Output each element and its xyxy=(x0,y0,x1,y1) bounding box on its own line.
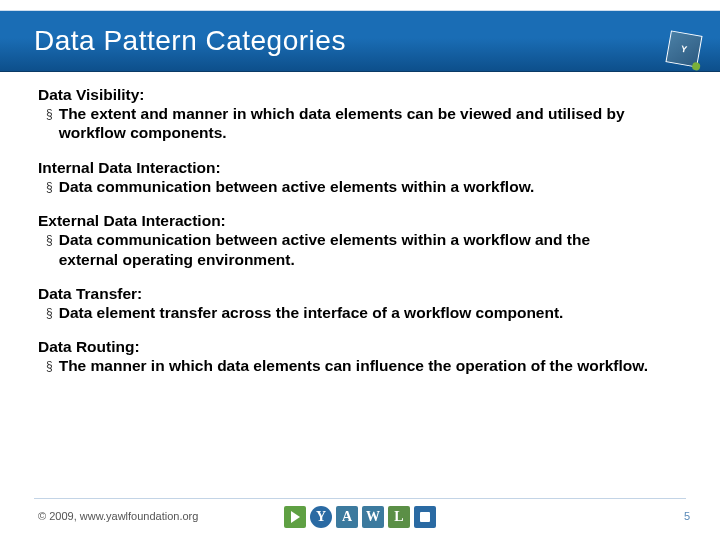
bullet-icon: § xyxy=(46,107,53,121)
corner-logo-text: Y xyxy=(680,44,688,55)
bullet-row: § Data communication between active elem… xyxy=(38,230,680,269)
section-heading: Data Routing: xyxy=(38,338,680,356)
stop-icon xyxy=(414,506,436,528)
section-heading: Data Visibility: xyxy=(38,86,680,104)
bullet-row: § Data communication between active elem… xyxy=(38,177,680,196)
section-data-transfer: Data Transfer: § Data element transfer a… xyxy=(38,285,680,322)
bullet-row: § The extent and manner in which data el… xyxy=(38,104,680,143)
logo-letter-y: Y xyxy=(310,506,332,528)
logo-letter-w: W xyxy=(362,506,384,528)
section-data-routing: Data Routing: § The manner in which data… xyxy=(38,338,680,375)
section-heading: External Data Interaction: xyxy=(38,212,680,230)
bullet-text: The manner in which data elements can in… xyxy=(59,356,678,375)
section-heading: Internal Data Interaction: xyxy=(38,159,680,177)
corner-logo-icon: Y xyxy=(665,30,702,67)
footer: © 2009, www.yawlfoundation.org Y A W L 5 xyxy=(0,484,720,540)
yawl-logo: Y A W L xyxy=(284,506,436,528)
section-heading: Data Transfer: xyxy=(38,285,680,303)
logo-letter-l: L xyxy=(388,506,410,528)
section-external-data-interaction: External Data Interaction: § Data commun… xyxy=(38,212,680,269)
slide-title: Data Pattern Categories xyxy=(0,11,720,57)
bullet-text: Data communication between active elemen… xyxy=(59,177,565,196)
bullet-icon: § xyxy=(46,306,53,320)
bullet-row: § Data element transfer across the inter… xyxy=(38,303,680,322)
bullet-icon: § xyxy=(46,359,53,373)
bullet-text: Data communication between active elemen… xyxy=(59,230,680,269)
copyright-text: © 2009, www.yawlfoundation.org xyxy=(38,510,198,522)
bullet-icon: § xyxy=(46,233,53,247)
corner-logo-dot-icon xyxy=(692,62,701,71)
section-data-visibility: Data Visibility: § The extent and manner… xyxy=(38,86,680,143)
bullet-icon: § xyxy=(46,180,53,194)
bullet-row: § The manner in which data elements can … xyxy=(38,356,680,375)
bullet-text: Data element transfer across the interfa… xyxy=(59,303,594,322)
footer-divider xyxy=(34,498,686,499)
bullet-text: The extent and manner in which data elem… xyxy=(59,104,680,143)
play-icon xyxy=(284,506,306,528)
logo-letter-a: A xyxy=(336,506,358,528)
section-internal-data-interaction: Internal Data Interaction: § Data commun… xyxy=(38,159,680,196)
content-area: Data Visibility: § The extent and manner… xyxy=(38,86,680,392)
slide: Data Pattern Categories Y Data Visibilit… xyxy=(0,0,720,540)
slide-number: 5 xyxy=(684,510,690,522)
title-bar: Data Pattern Categories Y xyxy=(0,10,720,72)
